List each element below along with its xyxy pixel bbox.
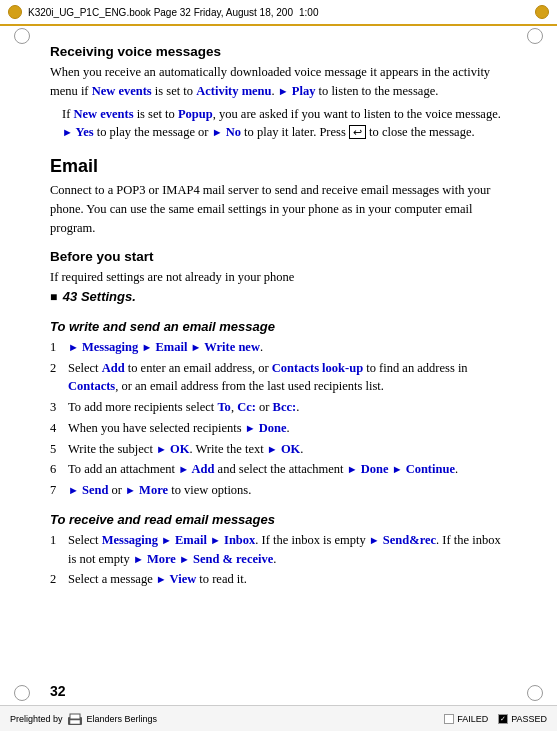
s5-mid: . Write the text	[189, 442, 266, 456]
rvm-p2f: to close the message.	[366, 125, 475, 139]
rr-s1-arrow2: ►	[207, 534, 221, 546]
rr-s1-more: More	[144, 552, 176, 566]
step-3-num: 3	[50, 398, 62, 417]
s3-or: or	[256, 400, 273, 414]
s7-arrow2: ►	[125, 484, 136, 496]
s3-pre: To add more recipients select	[68, 400, 217, 414]
s2-contacts-lookup: Contacts look-up	[272, 361, 363, 375]
bottom-bar-left: Prelighted by Elanders Berlings	[10, 713, 157, 725]
write-send-list: 1 ► Messaging ► Email ► Write new. 2 Sel…	[50, 338, 507, 500]
s7-arrow1: ►	[68, 484, 79, 496]
s1-arrow3: ►	[190, 341, 201, 353]
step-6-content: To add an attachment ► Add and select th…	[68, 460, 507, 479]
step-4-content: When you have selected recipients ► Done…	[68, 419, 507, 438]
s6-arrow2: ►	[347, 463, 358, 475]
s6-arrow1: ►	[178, 463, 189, 475]
s6-mid: and select the attachment	[214, 462, 346, 476]
s7-rest: to view options.	[168, 483, 251, 497]
step-1-num: 1	[50, 338, 62, 357]
bottom-bar-right: FAILED ✓ PASSED	[444, 714, 547, 724]
s7-send: Send	[79, 483, 109, 497]
main-content: Receiving voice messages When you receiv…	[0, 26, 557, 601]
step-4-num: 4	[50, 419, 62, 438]
step-3-content: To add more recipients select To, Cc: or…	[68, 398, 507, 417]
preflight-label: Prelighted by	[10, 714, 63, 724]
s3-cc: Cc:	[237, 400, 256, 414]
rvm-p1d: to listen to the message.	[315, 84, 438, 98]
s4-dot: .	[286, 421, 289, 435]
rr-s1-email: Email	[172, 533, 207, 547]
s2-pre: Select	[68, 361, 102, 375]
write-send-step-7: 7 ► Send or ► More to view options.	[50, 481, 507, 500]
step-2-content: Select Add to enter an email address, or…	[68, 359, 507, 397]
receive-read-step-1: 1 Select Messaging ► Email ► Inbox. If t…	[50, 531, 507, 569]
rr-s1-messaging: Messaging	[102, 533, 158, 547]
rvm-arrow2: ►	[62, 126, 73, 138]
page: K320i_UG_P1C_ENG.book Page 32 Friday, Au…	[0, 0, 557, 731]
rvm-play: Play	[289, 84, 316, 98]
failed-checkbox	[444, 714, 454, 724]
receiving-voice-messages-heading: Receiving voice messages	[50, 44, 507, 59]
s1-arrow1: ►	[68, 341, 79, 353]
settings-bullet-icon: ■	[50, 288, 57, 306]
rr-s2-arrow: ►	[156, 573, 167, 585]
rr-s2-view: View	[167, 572, 197, 586]
rr-s1-arrow5: ►	[176, 553, 190, 565]
s2-add: Add	[102, 361, 125, 375]
rr-s1-pre: Select	[68, 533, 102, 547]
page-number: 32	[50, 683, 66, 699]
write-send-step-1: 1 ► Messaging ► Email ► Write new.	[50, 338, 507, 357]
s5-ok1: OK	[167, 442, 190, 456]
top-bar-dot-right	[535, 5, 549, 19]
corner-decoration-br	[527, 685, 543, 701]
s5-ok2: OK	[278, 442, 301, 456]
bottom-bar: Prelighted by Elanders Berlings FAILED ✓…	[0, 705, 557, 731]
s3-to: To	[217, 400, 230, 414]
rvm-p2b: is set to	[134, 107, 178, 121]
s4-pre: When you have selected recipients	[68, 421, 245, 435]
s6-done: Done	[358, 462, 389, 476]
s7-or: or	[108, 483, 125, 497]
passed-checkbox: ✓	[498, 714, 508, 724]
rvm-p2c: , you are asked if you want to listen to…	[213, 107, 501, 121]
rvm-activity-menu: Activity menu	[196, 84, 271, 98]
rvm-popup: Popup	[178, 107, 213, 121]
s4-arrow: ►	[245, 422, 256, 434]
receive-read-heading: To receive and read email messages	[50, 512, 507, 527]
step-5-num: 5	[50, 440, 62, 459]
step-7-num: 7	[50, 481, 62, 500]
receive-read-list: 1 Select Messaging ► Email ► Inbox. If t…	[50, 531, 507, 589]
s2-mid: to enter an email address, or	[125, 361, 272, 375]
rr-s1-sendreceive: Send & receive	[190, 552, 273, 566]
rr-step-2-num: 2	[50, 570, 62, 589]
bys-text: If required settings are not already in …	[50, 270, 294, 284]
rvm-new-events-1: New events	[92, 84, 152, 98]
s2-mid2: to find an address in	[363, 361, 468, 375]
s6-dot: .	[455, 462, 458, 476]
receiving-voice-para1: When you receive an automatically downlo…	[50, 63, 507, 101]
step-7-content: ► Send or ► More to view options.	[68, 481, 507, 500]
failed-label: FAILED	[457, 714, 488, 724]
s5-pre: Write the subject	[68, 442, 156, 456]
failed-checkbox-item: FAILED	[444, 714, 488, 724]
back-button-icon: ↩	[349, 125, 366, 139]
corner-decoration-tr	[527, 28, 543, 44]
rvm-new-events-2: New events	[73, 107, 133, 121]
rr-s1-sendrec: Send&rec	[380, 533, 436, 547]
rvm-arrow1: ►	[278, 85, 289, 97]
s4-done: Done	[256, 421, 287, 435]
top-bar-time: 1:00	[299, 7, 318, 18]
s1-arrow2: ►	[141, 341, 152, 353]
receiving-voice-para2: If New events is set to Popup, you are a…	[50, 105, 507, 143]
write-send-step-2: 2 Select Add to enter an email address, …	[50, 359, 507, 397]
s1-email: Email	[152, 340, 190, 354]
before-you-start-para: If required settings are not already in …	[50, 268, 507, 307]
step-6-num: 6	[50, 460, 62, 479]
rr-step-1-content: Select Messaging ► Email ► Inbox. If the…	[68, 531, 507, 569]
s7-more: More	[136, 483, 168, 497]
write-send-step-5: 5 Write the subject ► OK. Write the text…	[50, 440, 507, 459]
s5-dot: .	[300, 442, 303, 456]
printer-icon	[67, 713, 83, 725]
s2-mid3: , or an email address from the last used…	[115, 379, 384, 393]
s6-add: Add	[189, 462, 214, 476]
